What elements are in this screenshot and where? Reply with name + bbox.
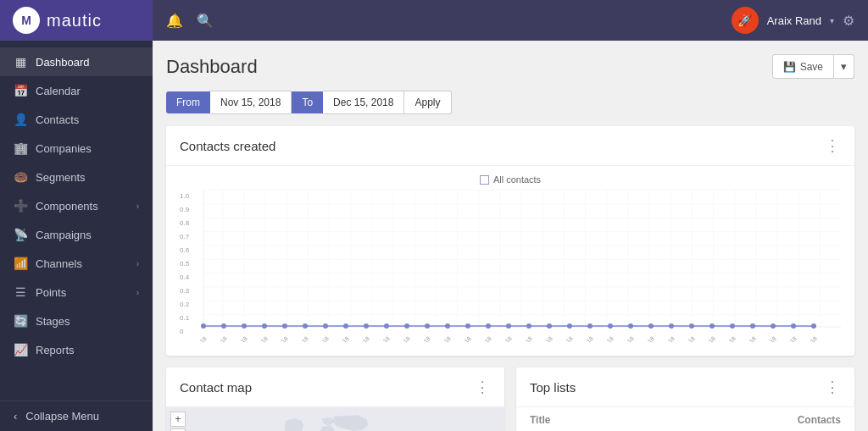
svg-point-30 xyxy=(526,323,531,329)
sidebar-item-campaigns[interactable]: 📡 Campaigns xyxy=(0,220,153,249)
svg-text:Nov 20, 18: Nov 20, 18 xyxy=(570,335,594,342)
svg-point-24 xyxy=(404,323,409,329)
sidebar-item-label: Channels xyxy=(36,257,82,270)
svg-text:Nov 18, 18: Nov 18, 18 xyxy=(529,335,554,342)
sidebar-item-label: Calendar xyxy=(36,85,81,97)
svg-text:0.6: 0.6 xyxy=(180,246,190,254)
nav-arrow: › xyxy=(136,288,139,297)
svg-text:Nov 16, 18: Nov 16, 18 xyxy=(488,335,513,342)
sidebar: M mautic ▦ Dashboard 📅 Calendar 👤 Contac… xyxy=(0,0,153,431)
svg-text:Nov 24, 18: Nov 24, 18 xyxy=(651,335,676,342)
save-button[interactable]: 💾 Save xyxy=(772,54,834,79)
world-map-svg xyxy=(166,407,504,431)
svg-point-33 xyxy=(587,323,593,329)
svg-text:0.2: 0.2 xyxy=(180,301,190,308)
svg-rect-11 xyxy=(203,190,841,327)
svg-text:Nov 27, 18: Nov 27, 18 xyxy=(712,335,737,342)
segments-icon: 🍩 xyxy=(14,170,27,184)
points-icon: ☰ xyxy=(14,285,27,299)
to-date[interactable]: Dec 15, 2018 xyxy=(323,91,404,114)
dashboard-icon: ▦ xyxy=(14,55,27,69)
svg-point-42 xyxy=(771,323,776,329)
svg-point-37 xyxy=(669,323,674,329)
svg-text:Nov 30, 18: Nov 30, 18 xyxy=(773,335,798,342)
sidebar-item-stages[interactable]: 🔄 Stages xyxy=(0,307,153,335)
svg-point-28 xyxy=(486,323,491,329)
apply-button[interactable]: Apply xyxy=(404,91,451,114)
save-button-group: 💾 Save ▾ xyxy=(772,54,854,79)
sidebar-item-label: Components xyxy=(36,200,98,213)
svg-point-19 xyxy=(303,323,308,329)
chart-area: 1.0 0.9 0.8 0.7 0.6 0.5 0.4 0.3 0.2 0.1 … xyxy=(180,190,841,342)
svg-text:0.3: 0.3 xyxy=(180,287,190,295)
legend-checkbox[interactable] xyxy=(480,175,489,185)
sidebar-item-reports[interactable]: 📈 Reports xyxy=(0,335,153,364)
chart-legend: All contacts xyxy=(180,174,841,185)
svg-text:Nov 6, 18: Nov 6, 18 xyxy=(287,335,309,342)
collapse-menu-item[interactable]: ‹ Collapse Menu xyxy=(0,401,153,431)
svg-text:0: 0 xyxy=(180,328,184,335)
svg-point-26 xyxy=(445,323,450,329)
svg-text:0.9: 0.9 xyxy=(180,206,190,213)
logo-icon: M xyxy=(13,7,40,34)
sidebar-item-dashboard[interactable]: ▦ Dashboard xyxy=(0,47,153,76)
search-icon[interactable]: 🔍 xyxy=(197,13,214,29)
collapse-label: Collapse Menu xyxy=(25,410,99,423)
zoom-in-button[interactable]: + xyxy=(170,412,186,427)
svg-text:Nov 25, 18: Nov 25, 18 xyxy=(671,335,696,342)
bell-icon[interactable]: 🔔 xyxy=(166,13,183,29)
main-area: 🔔 🔍 🚀 Araix Rand ▾ ⚙ Dashboard 💾 Save ▾ … xyxy=(153,0,868,431)
top-lists-widget: Top lists ⋮ Title Contacts xyxy=(516,367,854,431)
companies-icon: 🏢 xyxy=(14,141,27,155)
svg-point-44 xyxy=(811,323,816,329)
svg-point-43 xyxy=(791,323,796,329)
from-label: From xyxy=(166,91,210,113)
sidebar-item-segments[interactable]: 🍩 Segments xyxy=(0,163,153,191)
sidebar-item-channels[interactable]: 📶 Channels › xyxy=(0,249,153,278)
calendar-icon: 📅 xyxy=(14,84,27,97)
gear-icon[interactable]: ⚙ xyxy=(843,13,854,29)
svg-text:Nov 12, 18: Nov 12, 18 xyxy=(407,335,431,342)
sidebar-item-calendar[interactable]: 📅 Calendar xyxy=(0,76,153,105)
svg-point-36 xyxy=(648,323,654,329)
svg-text:Nov 7, 18: Nov 7, 18 xyxy=(308,335,330,342)
sidebar-item-contacts[interactable]: 👤 Contacts xyxy=(0,105,153,134)
svg-point-20 xyxy=(323,323,328,329)
sidebar-item-companies[interactable]: 🏢 Companies xyxy=(0,134,153,163)
svg-text:1.0: 1.0 xyxy=(180,192,190,200)
svg-text:Nov 10, 18: Nov 10, 18 xyxy=(366,335,391,342)
date-filter-bar: From Nov 15, 2018 To Dec 15, 2018 Apply xyxy=(166,91,854,114)
svg-text:Nov 9, 18: Nov 9, 18 xyxy=(348,335,370,342)
sidebar-logo: M mautic xyxy=(0,0,153,41)
channels-icon: 📶 xyxy=(14,257,27,270)
svg-text:Nov 15, 18: Nov 15, 18 xyxy=(468,335,492,342)
top-lists-header: Top lists ⋮ xyxy=(516,367,854,407)
svg-text:Nov 2, 18: Nov 2, 18 xyxy=(206,335,228,342)
svg-text:Nov 28, 18: Nov 28, 18 xyxy=(732,335,757,342)
contact-map-title: Contact map xyxy=(180,380,252,395)
reports-icon: 📈 xyxy=(14,343,27,356)
svg-text:Nov 22, 18: Nov 22, 18 xyxy=(610,335,635,342)
dashboard-header: Dashboard 💾 Save ▾ xyxy=(166,54,854,79)
save-dropdown-button[interactable]: ▾ xyxy=(834,54,854,79)
col-title: Title xyxy=(530,414,773,426)
stages-icon: 🔄 xyxy=(14,314,27,328)
save-icon: 💾 xyxy=(783,61,796,73)
bottom-row: Contact map ⋮ + − xyxy=(166,367,854,431)
contacts-created-widget: Contacts created ⋮ All contacts xyxy=(166,126,854,356)
from-date[interactable]: Nov 15, 2018 xyxy=(210,91,292,114)
user-dropdown-caret[interactable]: ▾ xyxy=(830,16,834,25)
widget-body: All contacts 1.0 0.9 xyxy=(166,166,854,356)
svg-text:Nov 3, 18: Nov 3, 18 xyxy=(226,335,248,342)
contact-map-widget: Contact map ⋮ + − xyxy=(166,367,504,431)
contact-map-menu-icon[interactable]: ⋮ xyxy=(475,378,491,396)
top-lists-columns: Title Contacts xyxy=(516,407,854,431)
widget-menu-icon[interactable]: ⋮ xyxy=(825,136,841,155)
avatar: 🚀 xyxy=(732,7,759,34)
sidebar-item-label: Campaigns xyxy=(36,229,92,241)
sidebar-item-points[interactable]: ☰ Points › xyxy=(0,278,153,307)
top-lists-menu-icon[interactable]: ⋮ xyxy=(825,378,841,396)
page-title: Dashboard xyxy=(166,56,258,78)
topbar: 🔔 🔍 🚀 Araix Rand ▾ ⚙ xyxy=(153,0,868,41)
sidebar-item-components[interactable]: ➕ Components › xyxy=(0,191,153,220)
